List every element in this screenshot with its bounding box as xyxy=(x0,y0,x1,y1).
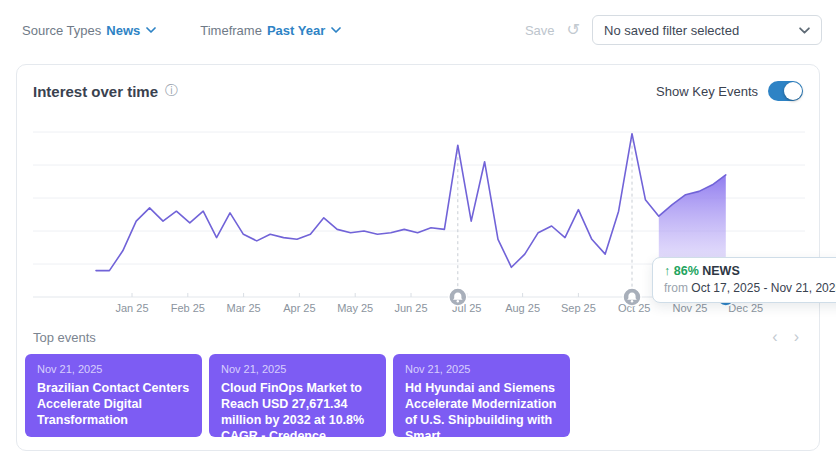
key-event-marker[interactable] xyxy=(449,288,467,306)
saved-filter-select[interactable]: No saved filter selected xyxy=(592,15,822,45)
axis-tick-label: Apr 25 xyxy=(283,302,315,314)
top-events-label: Top events xyxy=(33,330,96,345)
source-types-value[interactable]: News xyxy=(106,23,140,38)
chart-tooltip: ↑ 86% NEWS from Oct 17, 2025 - Nov 21, 2… xyxy=(652,257,836,303)
event-card[interactable]: Nov 21, 2025Brazilian Contact Centers Ac… xyxy=(25,354,202,437)
show-key-events-control: Show Key Events xyxy=(656,81,803,101)
event-title: Brazilian Contact Centers Accelerate Dig… xyxy=(37,380,190,428)
axis-tick-label: Jan 25 xyxy=(115,302,148,314)
trend-line xyxy=(96,134,726,271)
axis-tick-label: Sep 25 xyxy=(561,302,596,314)
prev-events-button[interactable]: ‹ xyxy=(772,329,777,345)
top-events-list: Nov 21, 2025Brazilian Contact Centers Ac… xyxy=(25,354,803,437)
card-header: Interest over time ⓘ Show Key Events xyxy=(33,79,803,103)
chevron-down-icon xyxy=(799,27,810,34)
tooltip-from-label: from xyxy=(664,281,688,295)
timeframe-label: Timeframe xyxy=(200,23,262,38)
event-date: Nov 21, 2025 xyxy=(221,363,374,375)
up-arrow-icon: ↑ xyxy=(664,264,670,278)
chevron-down-icon xyxy=(331,27,341,33)
filter-bar-right: Save ↺ No saved filter selected xyxy=(525,15,822,45)
event-card[interactable]: Nov 21, 2025Cloud FinOps Market to Reach… xyxy=(209,354,386,437)
show-key-events-toggle[interactable] xyxy=(768,81,803,101)
event-title: Hd Hyundai and Siemens Accelerate Modern… xyxy=(405,380,558,437)
saved-filter-value: No saved filter selected xyxy=(604,23,739,38)
tooltip-source: NEWS xyxy=(702,264,740,278)
axis-tick-label: Nov 25 xyxy=(673,302,708,314)
info-icon[interactable]: ⓘ xyxy=(165,82,178,100)
show-key-events-label: Show Key Events xyxy=(656,84,758,99)
axis-tick-label: Dec 25 xyxy=(728,302,763,314)
axis-tick-label: Jun 25 xyxy=(394,302,427,314)
save-button[interactable]: Save xyxy=(525,23,555,38)
event-date: Nov 21, 2025 xyxy=(37,363,190,375)
axis-tick-label: May 25 xyxy=(337,302,373,314)
undo-icon[interactable]: ↺ xyxy=(567,22,580,38)
source-types-label: Source Types xyxy=(22,23,101,38)
axis-tick-label: Aug 25 xyxy=(505,302,540,314)
interest-over-time-card: Interest over time ⓘ Show Key Events Jan… xyxy=(16,64,820,451)
trends-page: Source Types News Timeframe Past Year Sa… xyxy=(0,0,836,451)
event-card[interactable]: Nov 21, 2025Hd Hyundai and Siemens Accel… xyxy=(393,354,570,437)
interest-chart-container[interactable]: Jan 25Feb 25Mar 25Apr 25May 25Jun 25Jul … xyxy=(33,107,803,319)
tooltip-percent: 86% xyxy=(674,264,699,278)
chevron-down-icon xyxy=(146,27,156,33)
tooltip-date-range: Oct 17, 2025 - Nov 21, 2025 xyxy=(691,281,836,295)
key-event-marker[interactable] xyxy=(623,288,641,306)
event-date: Nov 21, 2025 xyxy=(405,363,558,375)
axis-tick-label: Feb 25 xyxy=(171,302,205,314)
filter-bar: Source Types News Timeframe Past Year Sa… xyxy=(0,0,836,45)
timeframe-value[interactable]: Past Year xyxy=(267,23,325,38)
axis-tick-label: Mar 25 xyxy=(226,302,260,314)
source-types-filter[interactable]: Source Types News xyxy=(22,23,156,38)
next-events-button[interactable]: › xyxy=(794,329,799,345)
toggle-knob xyxy=(784,82,802,100)
event-title: Cloud FinOps Market to Reach USD 27,671.… xyxy=(221,380,374,437)
top-events-header: Top events ‹ › xyxy=(33,329,803,345)
card-title: Interest over time xyxy=(33,83,158,100)
events-pager: ‹ › xyxy=(772,329,803,345)
timeframe-filter[interactable]: Timeframe Past Year xyxy=(200,23,341,38)
